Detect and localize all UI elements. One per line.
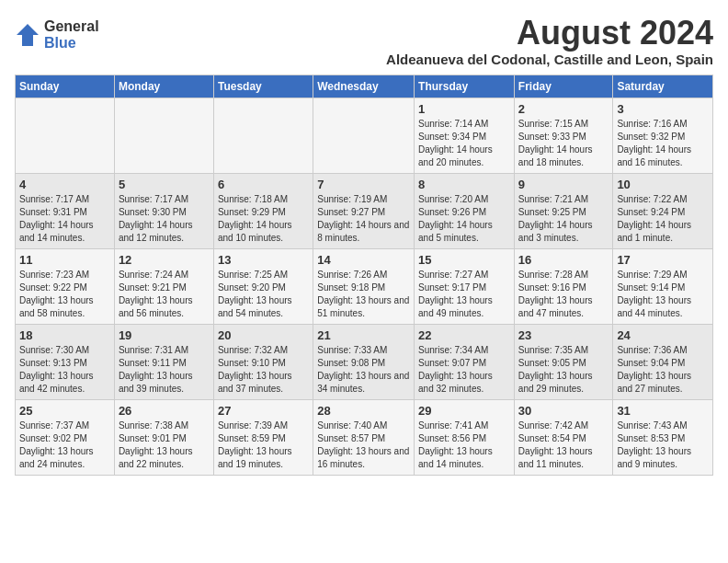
- day-info: Sunrise: 7:32 AM Sunset: 9:10 PM Dayligh…: [218, 344, 309, 396]
- logo-icon: [15, 22, 40, 48]
- calendar-cell: [16, 98, 115, 173]
- day-number: 31: [617, 404, 709, 418]
- calendar-cell: 24Sunrise: 7:36 AM Sunset: 9:04 PM Dayli…: [613, 324, 713, 399]
- day-info: Sunrise: 7:34 AM Sunset: 9:07 PM Dayligh…: [418, 344, 510, 396]
- calendar-cell: 23Sunrise: 7:35 AM Sunset: 9:05 PM Dayli…: [514, 324, 613, 399]
- day-number: 14: [317, 253, 410, 267]
- day-number: 6: [218, 178, 309, 191]
- calendar-cell: 7Sunrise: 7:19 AM Sunset: 9:27 PM Daylig…: [313, 173, 415, 248]
- day-info: Sunrise: 7:36 AM Sunset: 9:04 PM Dayligh…: [617, 344, 709, 396]
- calendar-cell: 10Sunrise: 7:22 AM Sunset: 9:24 PM Dayli…: [613, 173, 713, 248]
- calendar-week-row: 4Sunrise: 7:17 AM Sunset: 9:31 PM Daylig…: [16, 173, 713, 248]
- day-info: Sunrise: 7:29 AM Sunset: 9:14 PM Dayligh…: [617, 269, 709, 320]
- calendar-table: SundayMondayTuesdayWednesdayThursdayFrid…: [15, 75, 713, 476]
- day-info: Sunrise: 7:43 AM Sunset: 8:53 PM Dayligh…: [617, 419, 709, 471]
- column-header-wednesday: Wednesday: [313, 75, 415, 98]
- column-header-friday: Friday: [514, 75, 613, 98]
- calendar-week-row: 18Sunrise: 7:30 AM Sunset: 9:13 PM Dayli…: [16, 324, 713, 399]
- day-number: 4: [19, 178, 110, 191]
- calendar-cell: 14Sunrise: 7:26 AM Sunset: 9:18 PM Dayli…: [313, 248, 415, 324]
- day-number: 27: [218, 404, 309, 418]
- day-number: 17: [617, 253, 709, 267]
- logo: General Blue: [15, 18, 99, 51]
- day-number: 28: [317, 404, 410, 418]
- calendar-cell: 15Sunrise: 7:27 AM Sunset: 9:17 PM Dayli…: [415, 248, 515, 324]
- day-info: Sunrise: 7:27 AM Sunset: 9:17 PM Dayligh…: [418, 269, 510, 320]
- column-header-saturday: Saturday: [613, 75, 713, 98]
- day-info: Sunrise: 7:30 AM Sunset: 9:13 PM Dayligh…: [19, 344, 110, 396]
- day-number: 30: [518, 404, 609, 418]
- day-number: 1: [418, 102, 510, 116]
- day-info: Sunrise: 7:16 AM Sunset: 9:32 PM Dayligh…: [617, 118, 709, 169]
- day-info: Sunrise: 7:41 AM Sunset: 8:56 PM Dayligh…: [418, 419, 510, 471]
- calendar-cell: 21Sunrise: 7:33 AM Sunset: 9:08 PM Dayli…: [313, 324, 415, 399]
- calendar-cell: 5Sunrise: 7:17 AM Sunset: 9:30 PM Daylig…: [114, 173, 213, 248]
- day-info: Sunrise: 7:35 AM Sunset: 9:05 PM Dayligh…: [518, 344, 609, 396]
- column-header-monday: Monday: [114, 75, 213, 98]
- day-info: Sunrise: 7:26 AM Sunset: 9:18 PM Dayligh…: [317, 269, 410, 320]
- calendar-cell: 30Sunrise: 7:42 AM Sunset: 8:54 PM Dayli…: [514, 399, 613, 475]
- day-number: 21: [317, 328, 410, 342]
- day-number: 22: [418, 328, 510, 342]
- column-header-thursday: Thursday: [415, 75, 515, 98]
- logo-blue-text: Blue: [44, 35, 99, 52]
- day-info: Sunrise: 7:22 AM Sunset: 9:24 PM Dayligh…: [617, 193, 709, 245]
- logo-general-text: General: [44, 18, 99, 35]
- day-number: 7: [317, 178, 410, 191]
- day-number: 8: [418, 178, 510, 191]
- day-number: 12: [119, 253, 210, 267]
- day-info: Sunrise: 7:21 AM Sunset: 9:25 PM Dayligh…: [518, 193, 609, 245]
- day-info: Sunrise: 7:39 AM Sunset: 8:59 PM Dayligh…: [218, 419, 309, 471]
- calendar-cell: 25Sunrise: 7:37 AM Sunset: 9:02 PM Dayli…: [16, 399, 115, 475]
- column-header-sunday: Sunday: [16, 75, 115, 98]
- day-number: 13: [218, 253, 309, 267]
- day-info: Sunrise: 7:20 AM Sunset: 9:26 PM Dayligh…: [418, 193, 510, 245]
- day-number: 29: [418, 404, 510, 418]
- day-number: 15: [418, 253, 510, 267]
- day-number: 19: [119, 328, 210, 342]
- day-number: 18: [19, 328, 110, 342]
- calendar-cell: 8Sunrise: 7:20 AM Sunset: 9:26 PM Daylig…: [415, 173, 515, 248]
- day-info: Sunrise: 7:37 AM Sunset: 9:02 PM Dayligh…: [19, 419, 110, 471]
- day-info: Sunrise: 7:31 AM Sunset: 9:11 PM Dayligh…: [119, 344, 210, 396]
- calendar-cell: 12Sunrise: 7:24 AM Sunset: 9:21 PM Dayli…: [114, 248, 213, 324]
- day-info: Sunrise: 7:40 AM Sunset: 8:57 PM Dayligh…: [317, 419, 410, 471]
- calendar-cell: 13Sunrise: 7:25 AM Sunset: 9:20 PM Dayli…: [213, 248, 313, 324]
- calendar-cell: 27Sunrise: 7:39 AM Sunset: 8:59 PM Dayli…: [213, 399, 313, 475]
- day-info: Sunrise: 7:42 AM Sunset: 8:54 PM Dayligh…: [518, 419, 609, 471]
- calendar-cell: [313, 98, 415, 173]
- calendar-cell: 31Sunrise: 7:43 AM Sunset: 8:53 PM Dayli…: [613, 399, 713, 475]
- location-subtitle: Aldeanueva del Codonal, Castille and Leo…: [386, 52, 713, 67]
- calendar-header: SundayMondayTuesdayWednesdayThursdayFrid…: [16, 75, 713, 98]
- day-info: Sunrise: 7:18 AM Sunset: 9:29 PM Dayligh…: [218, 193, 309, 245]
- day-info: Sunrise: 7:17 AM Sunset: 9:31 PM Dayligh…: [19, 193, 110, 245]
- day-number: 10: [617, 178, 709, 191]
- calendar-cell: [114, 98, 213, 173]
- svg-marker-0: [17, 24, 39, 46]
- day-info: Sunrise: 7:23 AM Sunset: 9:22 PM Dayligh…: [19, 269, 110, 320]
- day-number: 26: [119, 404, 210, 418]
- day-info: Sunrise: 7:25 AM Sunset: 9:20 PM Dayligh…: [218, 269, 309, 320]
- calendar-week-row: 1Sunrise: 7:14 AM Sunset: 9:34 PM Daylig…: [16, 98, 713, 173]
- calendar-cell: 16Sunrise: 7:28 AM Sunset: 9:16 PM Dayli…: [514, 248, 613, 324]
- calendar-cell: 6Sunrise: 7:18 AM Sunset: 9:29 PM Daylig…: [213, 173, 313, 248]
- page-header: General Blue August 2024 Aldeanueva del …: [15, 15, 713, 67]
- day-number: 23: [518, 328, 609, 342]
- day-info: Sunrise: 7:15 AM Sunset: 9:33 PM Dayligh…: [518, 118, 609, 169]
- calendar-cell: 2Sunrise: 7:15 AM Sunset: 9:33 PM Daylig…: [514, 98, 613, 173]
- day-number: 11: [19, 253, 110, 267]
- day-info: Sunrise: 7:19 AM Sunset: 9:27 PM Dayligh…: [317, 193, 410, 245]
- calendar-cell: 3Sunrise: 7:16 AM Sunset: 9:32 PM Daylig…: [613, 98, 713, 173]
- title-area: August 2024 Aldeanueva del Codonal, Cast…: [386, 15, 713, 67]
- day-info: Sunrise: 7:28 AM Sunset: 9:16 PM Dayligh…: [518, 269, 609, 320]
- day-number: 9: [518, 178, 609, 191]
- day-info: Sunrise: 7:24 AM Sunset: 9:21 PM Dayligh…: [119, 269, 210, 320]
- day-info: Sunrise: 7:38 AM Sunset: 9:01 PM Dayligh…: [119, 419, 210, 471]
- day-info: Sunrise: 7:17 AM Sunset: 9:30 PM Dayligh…: [119, 193, 210, 245]
- day-number: 25: [19, 404, 110, 418]
- calendar-cell: 20Sunrise: 7:32 AM Sunset: 9:10 PM Dayli…: [213, 324, 313, 399]
- calendar-cell: [213, 98, 313, 173]
- calendar-cell: 19Sunrise: 7:31 AM Sunset: 9:11 PM Dayli…: [114, 324, 213, 399]
- calendar-cell: 4Sunrise: 7:17 AM Sunset: 9:31 PM Daylig…: [16, 173, 115, 248]
- calendar-cell: 1Sunrise: 7:14 AM Sunset: 9:34 PM Daylig…: [415, 98, 515, 173]
